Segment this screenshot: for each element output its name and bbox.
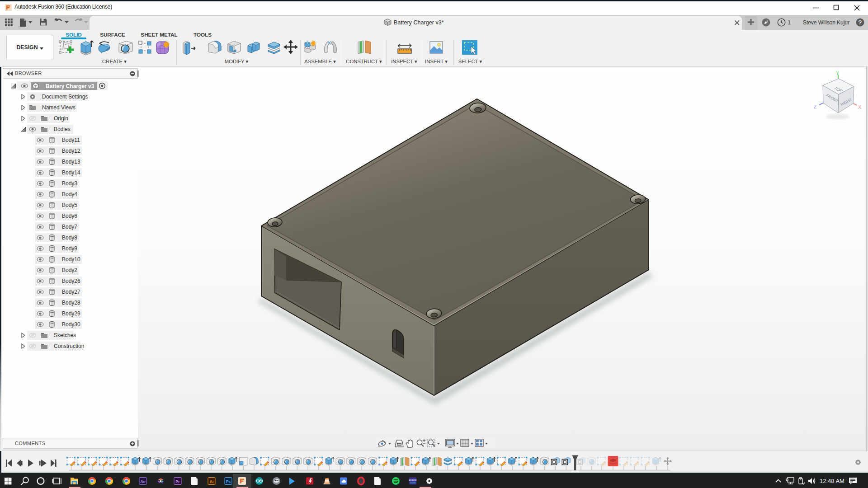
svg-text:Pr: Pr <box>176 479 180 484</box>
svg-text:X: X <box>858 104 862 110</box>
svg-text:?: ? <box>859 19 862 26</box>
svg-text:Ai: Ai <box>210 479 214 484</box>
svg-text:Z: Z <box>814 104 817 109</box>
svg-text:music: music <box>410 481 416 484</box>
svg-text:Ps: Ps <box>226 479 231 484</box>
svg-text:Y: Y <box>836 70 840 76</box>
svg-text:Ae: Ae <box>141 479 146 484</box>
